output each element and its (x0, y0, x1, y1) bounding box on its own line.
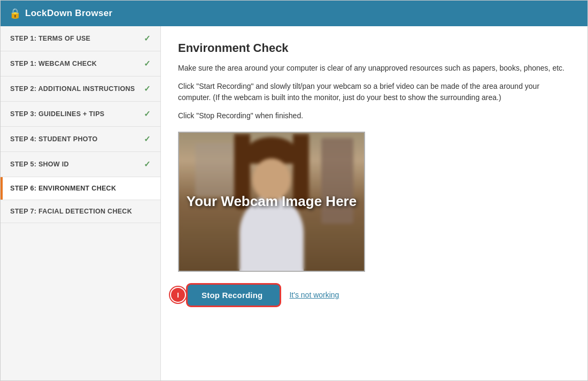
sidebar-item-step7-facial[interactable]: STEP 7: FACIAL DETECTION CHECK (1, 200, 160, 223)
sidebar-item-label: STEP 1: TERMS OF USE (10, 35, 90, 42)
checkmark-icon: ✓ (144, 59, 151, 68)
sidebar-item-step5-show-id[interactable]: STEP 5: SHOW ID ✓ (1, 152, 160, 177)
checkmark-icon: ✓ (144, 84, 151, 94)
app-wrapper: 🔒 LockDown Browser STEP 1: TERMS OF USE … (0, 0, 588, 381)
paragraph-3: Click "Stop Recording" when finished. (178, 110, 570, 122)
sidebar-item-label: STEP 6: ENVIRONMENT CHECK (10, 185, 116, 192)
sidebar-item-label: STEP 7: FACIAL DETECTION CHECK (10, 208, 132, 215)
sidebar-item-step2-additional[interactable]: STEP 2: ADDITIONAL INSTRUCTIONS ✓ (1, 77, 160, 102)
checkmark-icon: ✓ (144, 134, 151, 144)
paragraph-1: Make sure the area around your computer … (178, 63, 570, 74)
checkmark-icon: ✓ (144, 109, 151, 119)
recording-indicator-wrapper: I Stop Recording (178, 285, 280, 306)
not-working-button[interactable]: It's not working (289, 291, 339, 299)
paragraph-2: Click "Start Recording" and slowly tilt/… (178, 81, 570, 104)
sidebar-item-step1-webcam[interactable]: STEP 1: WEBCAM CHECK ✓ (1, 51, 160, 77)
sidebar: STEP 1: TERMS OF USE ✓ STEP 1: WEBCAM CH… (1, 26, 161, 380)
section-title: Environment Check (178, 41, 570, 55)
sidebar-item-label: STEP 4: STUDENT PHOTO (10, 135, 98, 143)
sidebar-item-step6-env[interactable]: STEP 6: ENVIRONMENT CHECK (1, 177, 160, 200)
checkmark-icon: ✓ (144, 159, 151, 169)
sidebar-item-label: STEP 5: SHOW ID (10, 161, 69, 168)
stop-recording-button[interactable]: Stop Recording (188, 285, 280, 306)
sidebar-item-label: STEP 2: ADDITIONAL INSTRUCTIONS (10, 85, 135, 93)
sidebar-item-step4-photo[interactable]: STEP 4: STUDENT PHOTO ✓ (1, 127, 160, 152)
checkmark-icon: ✓ (144, 34, 151, 43)
button-row: I Stop Recording It's not working (178, 285, 570, 306)
app-header: 🔒 LockDown Browser (1, 1, 587, 26)
webcam-text-overlay: Your Webcam Image Here (187, 193, 357, 211)
sidebar-item-step1-terms[interactable]: STEP 1: TERMS OF USE ✓ (1, 26, 160, 51)
recording-indicator: I (170, 287, 186, 303)
sidebar-item-step3-guidelines[interactable]: STEP 3: GUIDELINES + TIPS ✓ (1, 102, 160, 127)
app-title: LockDown Browser (25, 8, 113, 19)
webcam-preview: Your Webcam Image Here (178, 132, 365, 272)
sidebar-item-label: STEP 1: WEBCAM CHECK (10, 60, 97, 67)
lock-icon: 🔒 (9, 7, 21, 19)
sidebar-item-label: STEP 3: GUIDELINES + TIPS (10, 110, 104, 118)
main-content: STEP 1: TERMS OF USE ✓ STEP 1: WEBCAM CH… (1, 26, 587, 380)
content-area: Environment Check Make sure the area aro… (161, 26, 587, 380)
